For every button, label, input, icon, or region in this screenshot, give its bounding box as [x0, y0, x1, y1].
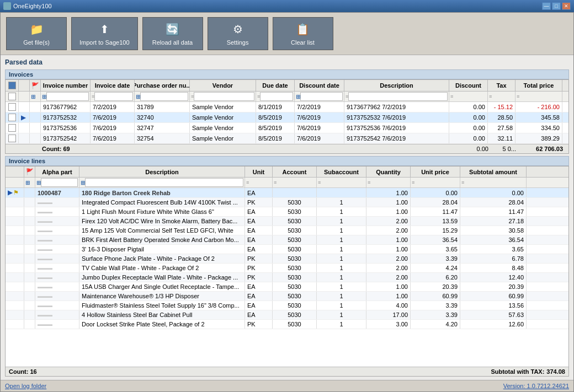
- maximize-button[interactable]: □: [552, 2, 561, 10]
- il-filter-account[interactable]: ≡: [273, 178, 317, 187]
- il-row-subtotal: 0.00: [460, 188, 527, 197]
- minimize-button[interactable]: —: [542, 2, 551, 10]
- get-files-icon: 📁: [29, 22, 44, 37]
- col-header-vendor: Vendor: [190, 80, 256, 91]
- filter-invoice-num-input[interactable]: [46, 92, 89, 101]
- row-checkbox-cell[interactable]: [6, 123, 19, 133]
- il-row-unit: PK: [245, 254, 273, 263]
- il-col-header-flag: 🚩: [24, 167, 35, 177]
- filter-invoice-num[interactable]: ⊞: [41, 92, 91, 101]
- filter-checkbox[interactable]: [8, 93, 16, 100]
- il-row[interactable]: ▬▬▬ 15A USB Charger And Single Outlet Re…: [6, 282, 568, 292]
- il-row-subaccount: 1: [317, 217, 366, 225]
- filter-discount-date[interactable]: ⊞: [295, 92, 344, 101]
- il-row-subaccount: 1: [317, 198, 366, 207]
- il-row[interactable]: ▬▬▬ BRK First Alert Battery Operated Smo…: [6, 235, 568, 245]
- filter-invoice-date[interactable]: ≡: [91, 92, 135, 101]
- il-col-header-desc: Description: [79, 167, 245, 177]
- il-filter-unit[interactable]: ≡: [245, 178, 273, 187]
- window-controls[interactable]: — □ ✕: [542, 2, 571, 10]
- il-row-flag-cell: [24, 320, 35, 329]
- il-row-alpha: ▬▬▬: [35, 273, 79, 282]
- row-due-date: 8/5/2019: [256, 112, 295, 122]
- filter-vendor[interactable]: ≡: [190, 92, 256, 101]
- filter-total-price[interactable]: ≡: [515, 92, 562, 101]
- il-row[interactable]: ▬▬▬ Integrated Compact Fluorescent Bulb …: [6, 198, 568, 207]
- il-row-qty: 17.00: [366, 310, 411, 319]
- row-checkbox-cell[interactable]: [6, 102, 19, 112]
- il-filter-desc[interactable]: ⊞: [79, 178, 245, 187]
- filter-due-date[interactable]: ≡: [256, 92, 295, 101]
- il-row[interactable]: ▬▬▬ Surface Phone Jack Plate - White - P…: [6, 254, 568, 264]
- il-row-unit: EA: [245, 310, 273, 319]
- filter-description-input[interactable]: [348, 92, 448, 101]
- il-filter-subaccount[interactable]: ≡: [317, 178, 366, 187]
- il-filter-qty[interactable]: ≡: [366, 178, 411, 187]
- il-col-header-qty: Quantity: [366, 167, 411, 177]
- reload-icon: 🔄: [165, 22, 180, 37]
- import-sage-button[interactable]: ⬆Import to Sage100: [71, 17, 138, 50]
- row-invoice-date: 7/6/2019: [91, 112, 135, 122]
- il-row[interactable]: ▬▬▬ 1 Light Flush Mount Fixture White Wh…: [6, 207, 568, 217]
- il-filter-alpha[interactable]: ⊞: [35, 178, 79, 187]
- row-checkbox-cell[interactable]: [6, 133, 19, 143]
- il-filter-desc-input[interactable]: [85, 178, 243, 187]
- il-row-flag-cell: [24, 310, 35, 319]
- il-row-subtotal: 36.54: [460, 235, 527, 244]
- row-description: 9173752542 7/6/2019: [344, 133, 449, 143]
- il-row-unit: EA: [245, 217, 273, 225]
- il-row[interactable]: ▬▬▬ TV Cable Wall Plate - White - Packag…: [6, 264, 568, 273]
- settings-label: Settings: [227, 39, 249, 46]
- invoice-row[interactable]: ▶ 9173752532 7/6/2019 32740 Sample Vendo…: [6, 112, 568, 123]
- invoice-row[interactable]: 9173752536 7/6/2019 32747 Sample Vendor …: [6, 123, 568, 133]
- content-area: Parsed data Invoices 🚩 Invoice number: [1, 55, 573, 380]
- settings-button[interactable]: ⚙Settings: [208, 17, 268, 50]
- il-filter-alpha-input[interactable]: [41, 178, 78, 187]
- row-discount-date: 7/2/2019: [295, 102, 344, 112]
- filter-tax[interactable]: ≡: [488, 92, 515, 101]
- invoice-row[interactable]: 9173752542 7/6/2019 32754 Sample Vendor …: [6, 133, 568, 144]
- il-row-unit: PK: [245, 264, 273, 272]
- close-button[interactable]: ✕: [562, 2, 571, 10]
- invoices-grid: 🚩 Invoice number Invoice date Purchase o…: [5, 79, 569, 154]
- il-row-account: 5030: [273, 245, 317, 254]
- il-col-header-account: Account: [273, 167, 317, 177]
- il-row[interactable]: ▬▬▬ Jumbo Duplex Receptacle Wall Plate -…: [6, 273, 568, 282]
- row-invoice-date: 7/2/2019: [91, 102, 135, 112]
- row-checkbox-cell[interactable]: [6, 112, 19, 122]
- filter-discount[interactable]: ≡: [449, 92, 488, 101]
- get-files-button[interactable]: 📁Get file(s): [6, 17, 67, 50]
- filter-description[interactable]: ≡: [344, 92, 449, 101]
- il-row-alpha: ▬▬▬: [35, 310, 79, 319]
- il-row[interactable]: ▬▬▬ 3' 16-3 Disposer Pigtail EA 5030 1 1…: [6, 245, 568, 254]
- il-row[interactable]: ▶⚑ 1000487 180 Ridge Barton Creek Rehab …: [6, 188, 568, 198]
- il-row[interactable]: ▬▬▬ 15 Amp 125 Volt Commercial Self Test…: [6, 226, 568, 235]
- il-filter-unit-price[interactable]: ≡: [411, 178, 460, 187]
- filter-due-date-input[interactable]: [260, 92, 293, 101]
- open-log-link[interactable]: Open log folder: [5, 383, 46, 389]
- col-header-discount-date: Discount date: [295, 80, 344, 91]
- il-row-unit-price: 60.99: [411, 292, 460, 300]
- select-all-checkbox[interactable]: [8, 82, 16, 89]
- reload-button[interactable]: 🔄Reload all data: [142, 17, 203, 50]
- row-due-date: 8/1/2019: [256, 102, 295, 112]
- filter-invoice-date-input[interactable]: [94, 92, 133, 101]
- il-row-qty: 1.00: [366, 188, 411, 197]
- il-row-flag-cell: [24, 254, 35, 263]
- clear-button[interactable]: 📋Clear list: [273, 17, 333, 50]
- il-row[interactable]: ▬▬▬ Firex 120 Volt AC/DC Wire In Smoke A…: [6, 217, 568, 226]
- filter-po-num-input[interactable]: [140, 92, 188, 101]
- col-header-invoice-num: Invoice number: [41, 80, 91, 91]
- row-flag-cell: [30, 123, 41, 133]
- il-row[interactable]: ▬▬▬ Maintenance Warehouse® 1/3 HP Dispos…: [6, 292, 568, 301]
- il-row[interactable]: ▬▬▬ Door Lockset Strike Plate Steel, Pac…: [6, 320, 568, 329]
- invoice-row[interactable]: 9173677962 7/2/2019 31789 Sample Vendor …: [6, 102, 568, 112]
- il-filter-subtotal[interactable]: ≡: [460, 178, 527, 187]
- filter-vendor-input[interactable]: [194, 92, 254, 101]
- filter-discount-date-input[interactable]: [300, 92, 343, 101]
- il-row-subaccount: 1: [317, 226, 366, 235]
- il-row[interactable]: ▬▬▬ Fluidmaster® Stainless Steel Toilet …: [6, 301, 568, 310]
- filter-po-num[interactable]: ⊞: [135, 92, 190, 101]
- il-row[interactable]: ▬▬▬ 4 Hollow Stainless Steel Bar Cabinet…: [6, 310, 568, 320]
- row-arrow-cell: [19, 133, 30, 143]
